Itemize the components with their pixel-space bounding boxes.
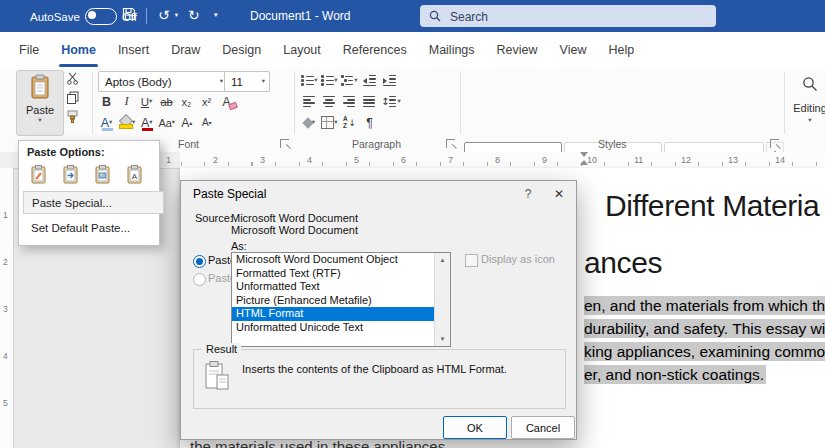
change-case-chevron-icon: ▾: [172, 119, 175, 126]
cut-button[interactable]: [66, 72, 79, 85]
first-line-indent-marker[interactable]: [580, 152, 588, 157]
paste-special-menu-item[interactable]: Paste Special...: [23, 191, 164, 214]
list-item[interactable]: Microsoft Word Document Object: [232, 253, 434, 267]
vertical-ruler[interactable]: 1 2 3 4 5: [0, 168, 14, 448]
selected-text-line: er, and non-stick coatings.: [584, 366, 825, 384]
tab-layout[interactable]: Layout: [272, 32, 332, 68]
paste-label: Paste: [17, 104, 63, 116]
paste-button[interactable]: Paste ▾: [16, 70, 64, 136]
paste-keep-source-formatting-button[interactable]: [25, 162, 53, 188]
font-group-label: Font: [178, 138, 199, 150]
align-right-button[interactable]: [341, 93, 358, 110]
tab-file[interactable]: File: [8, 32, 50, 68]
sort-button[interactable]: AZ↓: [341, 114, 358, 131]
hanging-indent-marker[interactable]: [580, 160, 588, 165]
close-icon[interactable]: ✕: [545, 184, 573, 204]
tab-review[interactable]: Review: [486, 32, 549, 68]
save-button[interactable]: [122, 7, 136, 21]
search-input[interactable]: [448, 5, 702, 29]
ruler-number: 4: [3, 351, 8, 361]
underline-button[interactable]: U▾: [138, 93, 155, 110]
shrink-font-button[interactable]: A▾: [198, 114, 215, 131]
ruler-number: 3: [3, 304, 8, 314]
styles-dialog-launcher[interactable]: [770, 139, 779, 148]
numbering-button[interactable]: ▾: [321, 72, 338, 89]
tab-draw[interactable]: Draw: [160, 32, 211, 68]
align-center-button[interactable]: [321, 93, 338, 110]
italic-button[interactable]: I: [118, 93, 135, 110]
bullets-button[interactable]: ▾: [301, 72, 318, 89]
tab-help[interactable]: Help: [597, 32, 645, 68]
tab-insert[interactable]: Insert: [107, 32, 160, 68]
format-painter-button[interactable]: [66, 110, 79, 123]
list-item[interactable]: Unformatted Unicode Text: [232, 321, 434, 335]
list-item[interactable]: Picture (Enhanced Metafile): [232, 294, 434, 308]
format-painter-icon: [66, 110, 79, 123]
subscript-button[interactable]: x₂: [178, 93, 195, 110]
ok-button[interactable]: OK: [443, 416, 507, 439]
search-box[interactable]: [420, 5, 716, 27]
strikethrough-button[interactable]: ab: [158, 93, 175, 110]
highlighter-icon: [118, 116, 132, 129]
display-as-icon-checkbox[interactable]: [465, 254, 478, 267]
cancel-button[interactable]: Cancel: [511, 416, 575, 439]
line-spacing-button[interactable]: ↕▾: [381, 93, 401, 110]
autosave-toggle[interactable]: [85, 8, 117, 25]
tab-design[interactable]: Design: [211, 32, 272, 68]
font-name-combo[interactable]: Aptos (Body) ▾: [98, 71, 228, 92]
scroll-down-icon[interactable]: ▾: [435, 332, 450, 346]
document-title: Document1 - Word: [250, 9, 350, 23]
align-center-icon: [323, 96, 336, 107]
paste-radio[interactable]: [193, 255, 206, 268]
paste-merge-formatting-button[interactable]: [57, 162, 85, 188]
align-left-button[interactable]: [301, 93, 318, 110]
tab-references[interactable]: References: [332, 32, 418, 68]
titlebar-divider: [146, 8, 147, 24]
increase-indent-button[interactable]: [381, 72, 398, 89]
help-button[interactable]: ?: [513, 184, 543, 204]
list-item[interactable]: Formatted Text (RTF): [232, 267, 434, 281]
change-case-button[interactable]: Aa▾: [158, 114, 175, 131]
redo-button[interactable]: ↻: [188, 7, 200, 23]
keep-source-formatting-icon: [29, 165, 49, 185]
document-body-text[interactable]: en, and the materials from which they du…: [584, 297, 825, 389]
quick-access-chevron-icon[interactable]: ▾: [214, 11, 218, 19]
show-hide-pilcrow-button[interactable]: ¶: [361, 114, 378, 131]
tab-mailings[interactable]: Mailings: [418, 32, 486, 68]
scroll-up-icon[interactable]: ▴: [435, 253, 450, 267]
tab-view[interactable]: View: [549, 32, 598, 68]
paste-keep-text-only-button[interactable]: A: [121, 162, 149, 188]
justify-button[interactable]: [361, 93, 378, 110]
text-effects-button[interactable]: A▾: [98, 114, 115, 131]
toggle-knob-icon: [88, 11, 97, 20]
clear-formatting-button[interactable]: A: [218, 93, 235, 110]
set-default-paste-menu-item[interactable]: Set Default Paste...: [23, 217, 162, 238]
font-dialog-launcher[interactable]: [280, 139, 289, 148]
decrease-indent-button[interactable]: [361, 72, 378, 89]
paste-picture-button[interactable]: [89, 162, 117, 188]
shading-button[interactable]: ▾: [301, 114, 318, 131]
editing-group[interactable]: Editing ▾: [790, 76, 825, 124]
grow-font-button[interactable]: A▴: [178, 114, 195, 131]
superscript-button[interactable]: x²: [198, 93, 215, 110]
highlight-button[interactable]: ▾: [118, 114, 135, 131]
paragraph-dialog-launcher[interactable]: [446, 139, 455, 148]
undo-button[interactable]: ↺▾: [158, 7, 178, 23]
as-label: As:: [231, 240, 247, 252]
font-size-combo[interactable]: 11 ▾: [224, 71, 270, 92]
list-item[interactable]: Unformatted Text: [232, 280, 434, 294]
copy-button[interactable]: [66, 91, 79, 104]
group-separator: [294, 72, 295, 134]
multilevel-list-button[interactable]: ▾: [341, 72, 358, 89]
autosave-control[interactable]: AutoSave Off: [30, 8, 137, 25]
paste-format-listbox[interactable]: Microsoft Word Document Object Formatted…: [231, 252, 451, 347]
borders-button[interactable]: ▾: [321, 114, 338, 131]
bold-button[interactable]: B: [98, 93, 115, 110]
tab-home[interactable]: Home: [50, 32, 107, 68]
document-heading-line2[interactable]: ances: [584, 246, 662, 280]
list-item-selected[interactable]: HTML Format: [232, 307, 434, 321]
listbox-scrollbar[interactable]: ▴ ▾: [434, 253, 450, 346]
document-heading-line1[interactable]: Different Materia: [605, 189, 819, 223]
paste-link-radio[interactable]: [193, 273, 206, 286]
font-color-button[interactable]: A▾: [138, 114, 155, 131]
